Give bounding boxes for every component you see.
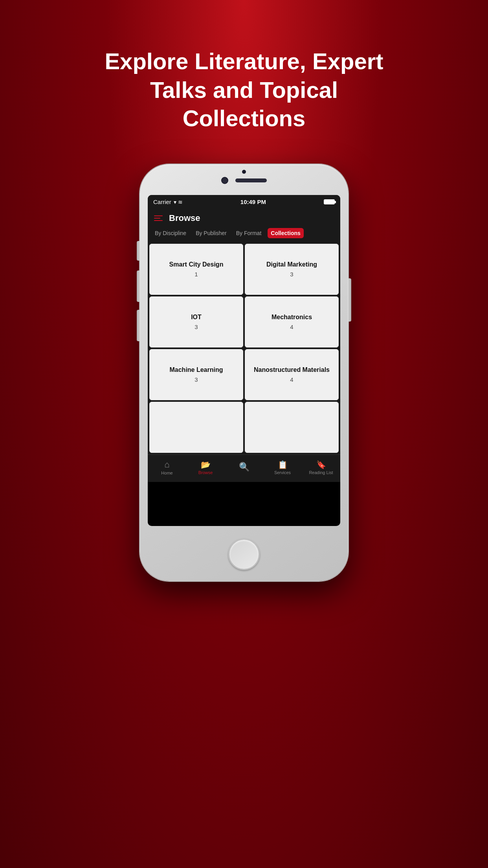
collection-card-smart-city[interactable]: Smart City Design 1 <box>149 244 243 295</box>
status-left: Carrier ▾ ≋ <box>153 199 183 205</box>
collection-count: 3 <box>290 271 293 278</box>
content-area: Smart City Design 1 Digital Marketing 3 … <box>148 242 340 454</box>
battery-icon <box>324 199 335 204</box>
hamburger-menu-button[interactable] <box>154 215 163 221</box>
collection-count: 3 <box>194 376 198 383</box>
volume-up-button <box>137 270 140 302</box>
collection-card-machine-learning[interactable]: Machine Learning 3 <box>149 349 243 400</box>
collection-card-empty-2[interactable] <box>245 402 339 453</box>
tab-bar: ⌂ Home 📂 Browse 🔍 📋 Services 🔖 Reading L… <box>148 454 340 482</box>
phone-speaker <box>235 178 267 182</box>
mute-button <box>137 241 140 261</box>
filter-tab-collections[interactable]: Collections <box>268 228 303 238</box>
filter-bar: By Discipline By Publisher By Format Col… <box>148 226 340 242</box>
status-time: 10:49 PM <box>240 199 266 205</box>
front-camera-dot <box>242 170 246 174</box>
collection-count: 4 <box>290 376 293 383</box>
front-camera <box>221 177 228 184</box>
wifi-icon: ▾ ≋ <box>174 199 183 205</box>
page-headline: Explore Literature, Expert Talks and Top… <box>87 47 401 133</box>
tab-services-label: Services <box>274 470 291 475</box>
collection-card-empty-1[interactable] <box>149 402 243 453</box>
filter-tab-discipline[interactable]: By Discipline <box>152 228 189 238</box>
tab-home[interactable]: ⌂ Home <box>148 460 186 475</box>
status-right <box>324 199 335 204</box>
hamburger-line-1 <box>154 215 163 216</box>
tab-home-label: Home <box>161 471 172 475</box>
phone-screen: Carrier ▾ ≋ 10:49 PM Browse By Disciplin… <box>148 195 340 526</box>
tab-reading-list-label: Reading List <box>309 470 333 475</box>
collection-name: Smart City Design <box>169 261 224 269</box>
navigation-bar: Browse <box>148 209 340 226</box>
collection-count: 3 <box>194 324 198 330</box>
hamburger-line-2 <box>154 218 160 219</box>
filter-tab-format[interactable]: By Format <box>233 228 265 238</box>
tab-reading-list[interactable]: 🔖 Reading List <box>302 460 340 475</box>
collection-name: Machine Learning <box>169 366 223 374</box>
services-icon: 📋 <box>278 460 288 469</box>
filter-tab-publisher[interactable]: By Publisher <box>193 228 230 238</box>
collection-name: Nanostructured Materials <box>254 366 330 374</box>
collection-name: Mechatronics <box>272 313 312 322</box>
status-bar: Carrier ▾ ≋ 10:49 PM <box>148 195 340 209</box>
collection-name: Digital Marketing <box>266 261 317 269</box>
collection-grid: Smart City Design 1 Digital Marketing 3 … <box>149 244 339 453</box>
phone-top-elements <box>221 177 267 184</box>
page-title: Browse <box>169 213 200 223</box>
tab-search[interactable]: 🔍 <box>225 462 263 473</box>
hamburger-line-3 <box>154 220 163 221</box>
collection-card-nanostructured[interactable]: Nanostructured Materials 4 <box>245 349 339 400</box>
collection-card-mechatronics[interactable]: Mechatronics 4 <box>245 296 339 348</box>
collection-card-iot[interactable]: IOT 3 <box>149 296 243 348</box>
search-icon: 🔍 <box>239 462 250 472</box>
power-button <box>348 278 351 322</box>
volume-down-button <box>137 310 140 341</box>
tab-services[interactable]: 📋 Services <box>263 460 302 475</box>
tab-browse[interactable]: 📂 Browse <box>186 460 225 475</box>
home-icon: ⌂ <box>164 460 169 470</box>
collection-count: 4 <box>290 324 293 330</box>
collection-count: 1 <box>194 271 198 278</box>
home-button[interactable] <box>228 539 260 570</box>
collection-card-digital-marketing[interactable]: Digital Marketing 3 <box>245 244 339 295</box>
tab-browse-label: Browse <box>198 470 213 475</box>
phone-mockup: Carrier ▾ ≋ 10:49 PM Browse By Disciplin… <box>140 164 348 581</box>
collection-name: IOT <box>191 313 202 322</box>
reading-list-icon: 🔖 <box>316 460 326 469</box>
carrier-label: Carrier <box>153 199 171 205</box>
browse-icon: 📂 <box>201 460 211 469</box>
